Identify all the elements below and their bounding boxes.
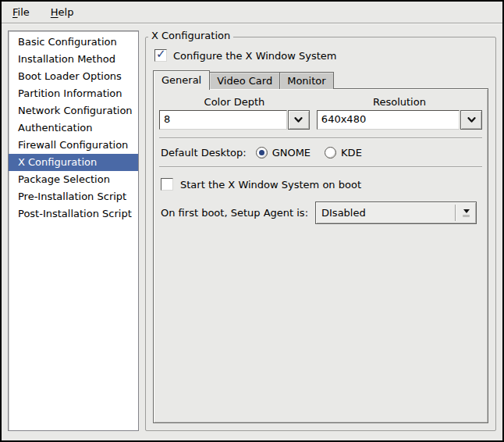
sidebar-item-x-configuration[interactable]: X Configuration	[9, 154, 138, 171]
menu-help[interactable]: Help	[48, 5, 76, 20]
sidebar-item-installation-method[interactable]: Installation Method	[9, 51, 138, 68]
color-depth-value[interactable]: 8	[159, 110, 287, 130]
separator	[159, 166, 482, 168]
frame-title: X Configuration	[148, 30, 233, 41]
start-x-on-boot-label: Start the X Window System on boot	[180, 179, 361, 191]
content-area: Basic Configuration Installation Method …	[2, 24, 502, 440]
default-desktop-label: Default Desktop:	[161, 147, 247, 159]
sidebar-item-authentication[interactable]: Authentication	[9, 119, 138, 137]
resolution-value[interactable]: 640x480	[317, 110, 460, 130]
color-depth-group: Color Depth 8	[159, 96, 310, 130]
sidebar-item-post-installation-script[interactable]: Post-Installation Script	[9, 205, 138, 223]
gnome-radio-label: GNOME	[272, 147, 311, 159]
tab-general[interactable]: General	[153, 70, 210, 90]
arrow-down-icon	[463, 209, 470, 213]
menubar: File Help	[2, 2, 502, 23]
sidebar-item-boot-loader-options[interactable]: Boot Loader Options	[9, 68, 138, 85]
resolution-combobox: 640x480	[317, 110, 482, 130]
tab-video-card[interactable]: Video Card	[209, 72, 280, 89]
menu-file[interactable]: File	[10, 5, 32, 20]
x-configuration-frame: X Configuration ✓ Configure the X Window…	[145, 37, 496, 431]
resolution-dropdown-button[interactable]	[460, 110, 482, 130]
setup-agent-value: DIsabled	[316, 207, 455, 219]
main-panel: X Configuration ✓ Configure the X Window…	[145, 30, 496, 431]
configure-x-label: Configure the X Window System	[173, 50, 337, 62]
radio-dot-icon	[259, 150, 264, 155]
depth-resolution-row: Color Depth 8 Resolution 640x4	[159, 96, 482, 130]
sidebar-item-partition-information[interactable]: Partition Information	[9, 85, 138, 102]
check-icon: ✓	[156, 47, 166, 61]
kde-radio-group: KDE	[325, 147, 362, 159]
kde-radio[interactable]	[325, 147, 336, 159]
resolution-label: Resolution	[317, 96, 482, 108]
start-x-on-boot-checkbox[interactable]	[161, 178, 173, 191]
separator	[159, 137, 482, 139]
gnome-radio-group: GNOME	[256, 147, 311, 159]
color-depth-dropdown-button[interactable]	[288, 110, 310, 130]
panel-empty-space	[159, 224, 482, 415]
sidebar-item-package-selection[interactable]: Package Selection	[9, 171, 138, 188]
option-menu-indicator	[456, 209, 476, 217]
kde-radio-label: KDE	[341, 147, 362, 159]
x-config-tabs: General Video Card Monitor	[153, 70, 488, 89]
color-depth-combobox: 8	[159, 110, 310, 130]
section-list: Basic Configuration Installation Method …	[8, 30, 139, 431]
setup-agent-dropdown[interactable]: DIsabled	[315, 201, 477, 224]
gnome-radio[interactable]	[256, 147, 268, 159]
setup-agent-label: On first boot, Setup Agent is:	[161, 207, 308, 219]
sidebar-item-pre-installation-script[interactable]: Pre-Installation Script	[9, 188, 138, 205]
configure-x-row: ✓ Configure the X Window System	[154, 49, 488, 62]
default-desktop-row: Default Desktop: GNOME KDE	[159, 147, 482, 159]
resolution-group: Resolution 640x480	[317, 96, 482, 130]
general-tab-panel: Color Depth 8 Resolution 640x4	[153, 88, 488, 423]
start-x-on-boot-row: Start the X Window System on boot	[161, 178, 482, 191]
radio-dot-icon	[328, 150, 333, 155]
indicator-dash	[463, 215, 470, 217]
kickstart-configurator-window: File Help Basic Configuration Installati…	[0, 0, 504, 442]
sidebar-item-firewall-configuration[interactable]: Firewall Configuration	[9, 137, 138, 154]
chevron-down-icon	[467, 114, 476, 126]
configure-x-checkbox[interactable]: ✓	[154, 49, 167, 62]
setup-agent-row: On first boot, Setup Agent is: DIsabled	[161, 201, 482, 224]
sidebar-item-basic-configuration[interactable]: Basic Configuration	[9, 34, 138, 51]
color-depth-label: Color Depth	[159, 96, 310, 108]
tab-monitor[interactable]: Monitor	[279, 72, 333, 89]
chevron-down-icon	[294, 114, 303, 126]
sidebar-item-network-configuration[interactable]: Network Configuration	[9, 102, 138, 119]
